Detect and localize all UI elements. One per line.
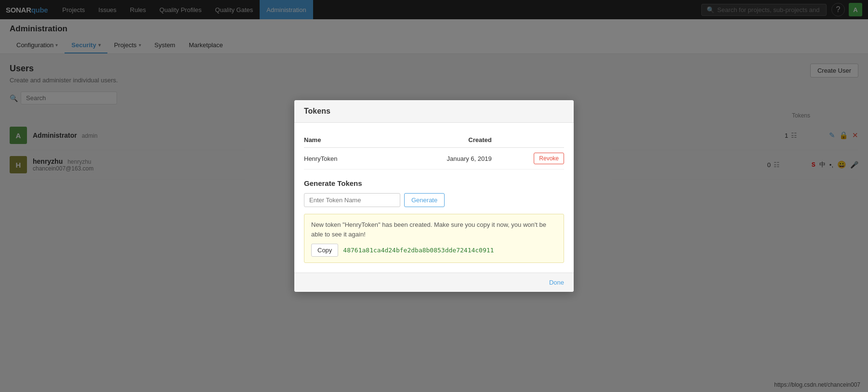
col-name: Name — [304, 132, 384, 148]
col-created: Created — [384, 132, 491, 148]
tokens-modal: Tokens Name Created HenryToken January 6… — [294, 100, 574, 292]
done-button[interactable]: Done — [549, 279, 564, 286]
token-name: HenryToken — [304, 148, 384, 170]
modal-body: Name Created HenryToken January 6, 2019 … — [294, 123, 574, 273]
token-result-message: New token "HenryToken" has been created.… — [311, 220, 557, 239]
token-copy-row: Copy 48761a81ca4d24bfe2dba8b0853dde72414… — [311, 244, 557, 257]
token-result: New token "HenryToken" has been created.… — [304, 214, 564, 263]
modal-footer: Done — [294, 273, 574, 292]
token-value: 48761a81ca4d24bfe2dba8b0853dde72414c0911 — [343, 247, 494, 254]
modal-header: Tokens — [294, 100, 574, 123]
token-row: HenryToken January 6, 2019 Revoke — [304, 148, 564, 170]
token-name-input[interactable] — [304, 193, 400, 207]
generate-row: Generate — [304, 193, 564, 207]
token-table: Name Created HenryToken January 6, 2019 … — [304, 132, 564, 170]
copy-button[interactable]: Copy — [311, 244, 338, 257]
generate-button[interactable]: Generate — [404, 193, 445, 207]
revoke-button[interactable]: Revoke — [534, 153, 564, 164]
generate-tokens-title: Generate Tokens — [304, 179, 564, 187]
generate-tokens-section: Generate Tokens Generate New token "Henr… — [304, 179, 564, 263]
modal-overlay[interactable]: Tokens Name Created HenryToken January 6… — [0, 0, 868, 343]
token-created: January 6, 2019 — [384, 148, 491, 170]
